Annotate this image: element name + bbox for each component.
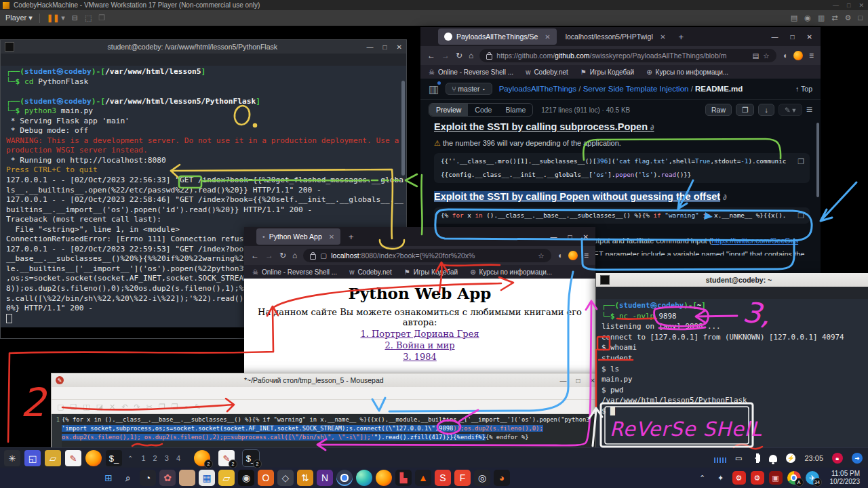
terminal-left-scrollbar[interactable]: [401, 81, 405, 176]
save-as-icon[interactable]: ◪: [96, 403, 103, 411]
new-tab-button[interactable]: +: [349, 232, 354, 242]
save-icon[interactable]: ◫: [83, 403, 90, 411]
download-icon[interactable]: ↓: [758, 104, 774, 116]
terminal-right-titlebar[interactable]: student@codeby: ~: [596, 273, 868, 287]
power-manager-icon[interactable]: ⚡: [786, 453, 795, 463]
raw-button[interactable]: Raw: [705, 104, 732, 116]
copy-icon[interactable]: ❐: [159, 403, 165, 411]
mousepad-text[interactable]: {% for x in ().__class__.__base__.__subc…: [62, 414, 590, 448]
tab-payloadsallthethings[interactable]: PayloadsAllTheThings/Se✕: [438, 28, 557, 45]
network-adapter-icon[interactable]: ▥: [818, 14, 825, 22]
vmware-close-button[interactable]: ✕: [859, 2, 864, 9]
tray-expand-icon[interactable]: ⌃: [696, 471, 709, 485]
outline-icon[interactable]: ≡: [806, 104, 812, 116]
firefox-account-icon[interactable]: [568, 251, 578, 260]
close-file-icon[interactable]: ✕: [109, 403, 115, 411]
close-button[interactable]: ✕: [583, 233, 589, 241]
book-link-2[interactable]: 2. Война и мир: [244, 340, 595, 350]
link-anchor-icon[interactable]: ∂: [650, 123, 654, 131]
logout-icon[interactable]: ➜: [852, 453, 863, 464]
find-icon[interactable]: ⌕: [184, 403, 189, 411]
bookmark-games[interactable]: ⚑Игры Кодебай: [404, 268, 458, 276]
usb-icon[interactable]: ⇄: [831, 14, 837, 22]
minimize-button[interactable]: —: [367, 43, 374, 51]
notifications-icon[interactable]: [769, 455, 777, 462]
bookmark-online-reverse-shell[interactable]: ☠Online - Reverse Shell ...: [252, 268, 337, 276]
maximize-button[interactable]: □: [568, 233, 572, 241]
replace-icon[interactable]: ✎: [195, 403, 201, 411]
reload-button[interactable]: ↻: [279, 251, 286, 260]
taskbar-expand-icon[interactable]: ⌃: [127, 455, 133, 462]
bookmark-online-reverse-shell[interactable]: ☠Online - Reverse Shell ...: [429, 68, 513, 76]
blender-icon[interactable]: ◕: [494, 470, 510, 486]
bookmark-games[interactable]: ⚑Игры Кодебай: [580, 68, 634, 76]
system-monitor-icon[interactable]: [714, 453, 726, 463]
windows-clock[interactable]: 11:05 PM 10/2/2023: [819, 470, 868, 486]
vmware-maximize-button[interactable]: □: [847, 2, 850, 9]
octopus-app-icon[interactable]: O: [258, 470, 274, 486]
copy-code-icon[interactable]: ❐: [797, 211, 804, 220]
forward-button[interactable]: →: [441, 51, 450, 60]
fullscreen-icon[interactable]: ⬚: [85, 14, 92, 22]
bookmark-courses[interactable]: ⊕Курсы по информаци...: [646, 68, 728, 76]
show-desktop-icon[interactable]: ◱: [24, 450, 41, 466]
tray-wolf-icon[interactable]: ✦: [714, 471, 728, 485]
portrait-app-icon[interactable]: [179, 470, 195, 486]
vmware-minimize-button[interactable]: —: [833, 2, 839, 9]
tab-blame[interactable]: Blame: [498, 104, 532, 116]
open-file-icon[interactable]: ❏: [70, 403, 77, 411]
display-icon[interactable]: ▭: [735, 454, 742, 463]
redo-icon[interactable]: ↷: [134, 403, 140, 411]
tab-close-icon[interactable]: ✕: [329, 233, 334, 241]
settings-icon[interactable]: ⚙: [844, 14, 851, 22]
edge-icon[interactable]: [356, 470, 372, 486]
tray-telegram-icon[interactable]: ✈34: [806, 471, 819, 485]
forward-button[interactable]: →: [265, 251, 273, 260]
paste-icon[interactable]: ❒: [172, 403, 178, 411]
back-button[interactable]: ←: [251, 251, 259, 260]
tab-close-icon[interactable]: ✕: [545, 33, 550, 41]
undo-icon[interactable]: ↶: [121, 403, 127, 411]
bookmark-codeby[interactable]: wCodeby.net: [526, 68, 568, 76]
volume-icon[interactable]: [751, 454, 760, 462]
vm-pause-button[interactable]: ❚❚ ▾: [47, 14, 65, 22]
f-book-icon[interactable]: F: [454, 470, 471, 486]
copy-code-icon[interactable]: ❐: [797, 157, 804, 166]
firefox-account-icon[interactable]: [793, 51, 803, 60]
back-to-top-link[interactable]: ↑ Top: [795, 85, 812, 93]
tray-darkred-icon[interactable]: ▣: [769, 471, 783, 485]
send-ctrl-alt-del-icon[interactable]: ⊟: [72, 14, 78, 22]
bookmark-star-icon[interactable]: ☆: [538, 251, 544, 260]
maximize-guest-icon[interactable]: □: [858, 14, 863, 22]
sidebar-toggle-icon[interactable]: ▥: [429, 83, 439, 96]
maximize-button[interactable]: □: [791, 33, 795, 41]
playnite-icon[interactable]: ⇅: [297, 470, 313, 486]
tray-gear1-icon[interactable]: ⚙: [732, 471, 746, 485]
minimize-button[interactable]: —: [560, 377, 567, 384]
carrot-app-icon[interactable]: ▲: [415, 470, 431, 486]
new-file-icon[interactable]: ▢: [57, 403, 64, 411]
url-bar[interactable]: https://github.com/github.com/swisskyrep…: [479, 49, 776, 62]
cdrom-icon[interactable]: ◉: [804, 14, 811, 22]
firefox-icon[interactable]: [376, 470, 392, 486]
bookmark-codeby[interactable]: wCodeby.net: [349, 268, 392, 276]
close-button[interactable]: ✕: [590, 377, 595, 384]
distro-menu-icon[interactable]: ✳: [4, 450, 20, 466]
book-link-1[interactable]: 1. Портрет Дориана Грея: [244, 329, 595, 339]
tray-chrome-icon[interactable]: A: [787, 471, 801, 485]
obs-icon[interactable]: ◎: [474, 470, 490, 486]
reader-mode-icon[interactable]: ▤: [752, 52, 759, 60]
player-menu[interactable]: Player ▾: [5, 14, 33, 22]
minimize-button[interactable]: —: [551, 233, 557, 241]
tray-gear2-icon[interactable]: ⚙: [751, 471, 764, 485]
sublime-icon[interactable]: S: [435, 470, 451, 486]
back-button[interactable]: ←: [427, 51, 435, 60]
url-bar[interactable]: ▢ localhost:8080/index?book={%%20for%20x…: [303, 249, 551, 262]
tab-code[interactable]: Code: [468, 104, 498, 116]
hamburger-menu-icon[interactable]: ≡: [584, 251, 589, 260]
hamburger-menu-icon[interactable]: ≡: [809, 51, 814, 60]
reload-button[interactable]: ↻: [456, 51, 462, 60]
link-anchor-icon[interactable]: ∂: [723, 193, 726, 201]
colors-app-icon[interactable]: ✿: [159, 470, 176, 486]
github-scrollbar[interactable]: [816, 123, 819, 197]
